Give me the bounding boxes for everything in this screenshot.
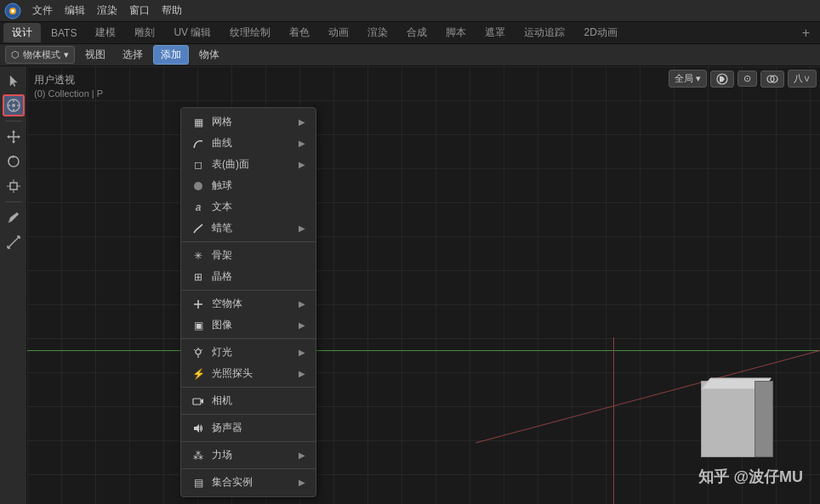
mesh-label: 网格 bbox=[212, 115, 232, 129]
light-probe-label: 光照探头 bbox=[212, 366, 253, 381]
global-dropdown-icon: ▾ bbox=[696, 73, 701, 84]
tool-rotate[interactable] bbox=[3, 150, 25, 173]
tab-rendering[interactable]: 渲染 bbox=[359, 23, 396, 42]
grease-pencil-arrow: ▶ bbox=[299, 224, 305, 233]
armature-label: 骨架 bbox=[212, 248, 232, 263]
menu-item-text[interactable]: a 文本 bbox=[181, 196, 316, 218]
menu-item-lattice[interactable]: ⊞ 晶格 bbox=[181, 266, 316, 287]
tab-modeling[interactable]: 建模 bbox=[87, 23, 124, 42]
camera-label: 相机 bbox=[212, 394, 232, 408]
empty-label: 空物体 bbox=[212, 297, 242, 311]
mesh-arrow: ▶ bbox=[299, 117, 305, 127]
mode-icon: ⬡ bbox=[11, 49, 20, 60]
menu-item-light-probe[interactable]: ⚡ 光照探头 ▶ bbox=[181, 363, 316, 384]
tab-design[interactable]: 设计 bbox=[3, 23, 41, 42]
speaker-label: 扬声器 bbox=[212, 421, 242, 435]
tab-sculpt[interactable]: 雕刻 bbox=[126, 23, 163, 42]
menu-item-collection-instance[interactable]: ▤ 集合实例 ▶ bbox=[181, 472, 316, 493]
left-sidebar bbox=[0, 66, 27, 504]
menu-item-metaball[interactable]: 触球 bbox=[181, 175, 316, 196]
menu-render[interactable]: 渲染 bbox=[92, 2, 122, 20]
empty-arrow: ▶ bbox=[299, 299, 305, 309]
tool-measure[interactable] bbox=[3, 231, 25, 253]
cube-front-face bbox=[701, 381, 762, 457]
menu-item-image[interactable]: ▣ 图像 ▶ bbox=[181, 314, 316, 336]
menu-item-force-field[interactable]: ⁂ 力场 ▶ bbox=[181, 445, 316, 466]
viewport-shading-1[interactable] bbox=[710, 71, 734, 88]
image-label: 图像 bbox=[212, 318, 232, 332]
menu-item-armature[interactable]: ✳ 骨架 bbox=[181, 245, 316, 266]
menu-edit[interactable]: 编辑 bbox=[60, 2, 90, 20]
tab-scripting[interactable]: 脚本 bbox=[437, 23, 475, 42]
svg-rect-39 bbox=[193, 399, 201, 405]
tool-cursor[interactable] bbox=[3, 70, 25, 92]
global-select[interactable]: 全局 ▾ bbox=[669, 70, 707, 88]
tab-compositing[interactable]: 合成 bbox=[398, 23, 436, 42]
tool-annotate[interactable] bbox=[3, 207, 25, 229]
viewport-shading-2[interactable]: ⊙ bbox=[737, 71, 757, 87]
mode-selector[interactable]: ⬡ 物体模式 ▾ bbox=[5, 46, 75, 64]
svg-point-34 bbox=[196, 349, 201, 354]
light-icon bbox=[191, 346, 205, 360]
menu-view[interactable]: 视图 bbox=[78, 46, 112, 64]
tab-motion-tracking[interactable]: 运动追踪 bbox=[515, 23, 573, 42]
menu-item-camera[interactable]: 相机 bbox=[181, 390, 316, 411]
tab-uv[interactable]: UV 编辑 bbox=[165, 23, 219, 42]
surface-label: 表(曲)面 bbox=[212, 157, 249, 172]
svg-point-4 bbox=[12, 104, 15, 107]
svg-marker-41 bbox=[194, 424, 199, 433]
second-toolbar: ⬡ 物体模式 ▾ 视图 选择 添加 物体 bbox=[0, 44, 820, 66]
menu-item-empty[interactable]: 空物体 ▶ bbox=[181, 293, 316, 314]
tab-mask[interactable]: 遮罩 bbox=[476, 23, 514, 42]
viewport-gizmo-ctrl[interactable]: 八∨ bbox=[788, 70, 817, 88]
menu-window[interactable]: 窗口 bbox=[124, 2, 155, 20]
mode-dropdown-icon: ▾ bbox=[64, 49, 69, 60]
main-area: 用户透视 (0) Collection | P 全局 ▾ ⊙ 八∨ bbox=[0, 66, 820, 504]
viewport-overlay[interactable] bbox=[760, 71, 784, 88]
menu-item-light[interactable]: 灯光 ▶ bbox=[181, 342, 316, 363]
menu-object[interactable]: 物体 bbox=[192, 46, 226, 64]
tool-move[interactable] bbox=[3, 94, 25, 116]
menu-item-speaker[interactable]: 扬声器 bbox=[181, 417, 316, 439]
surface-icon: ◻ bbox=[191, 158, 205, 172]
menu-item-curve[interactable]: 曲线 ▶ bbox=[181, 133, 316, 154]
armature-icon: ✳ bbox=[191, 249, 205, 263]
collection-arrow: ▶ bbox=[299, 478, 305, 487]
tab-2d-animation[interactable]: 2D动画 bbox=[575, 23, 625, 42]
menu-item-mesh[interactable]: ▦ 网格 ▶ bbox=[181, 111, 316, 133]
text-icon: a bbox=[191, 201, 205, 214]
image-icon: ▣ bbox=[191, 319, 205, 332]
viewport[interactable]: 用户透视 (0) Collection | P 全局 ▾ ⊙ 八∨ bbox=[27, 66, 820, 504]
tool-move-arrows[interactable] bbox=[3, 126, 25, 148]
svg-rect-17 bbox=[10, 183, 17, 190]
collection-icon: ▤ bbox=[191, 476, 205, 490]
curve-label: 曲线 bbox=[212, 136, 232, 150]
menu-add[interactable]: 添加 bbox=[153, 45, 189, 65]
metaball-icon bbox=[191, 179, 205, 193]
sep-6 bbox=[181, 441, 316, 442]
curve-arrow: ▶ bbox=[299, 139, 305, 148]
tab-bats[interactable]: BATS bbox=[43, 25, 85, 42]
viewport-controls: 全局 ▾ ⊙ 八∨ bbox=[669, 70, 817, 88]
sep-5 bbox=[181, 414, 316, 415]
tab-shading[interactable]: 着色 bbox=[281, 23, 318, 42]
speaker-icon bbox=[191, 422, 205, 435]
blender-logo bbox=[3, 2, 22, 20]
menu-select[interactable]: 选择 bbox=[116, 46, 150, 64]
menu-help[interactable]: 帮助 bbox=[157, 2, 187, 20]
force-field-icon: ⁂ bbox=[191, 449, 205, 462]
tab-texture-paint[interactable]: 纹理绘制 bbox=[221, 23, 279, 42]
menu-item-surface[interactable]: ◻ 表(曲)面 ▶ bbox=[181, 154, 316, 175]
menu-item-grease-pencil[interactable]: 蜡笔 ▶ bbox=[181, 218, 316, 239]
light-label: 灯光 bbox=[212, 345, 232, 360]
svg-marker-14 bbox=[18, 135, 20, 139]
sep-7 bbox=[181, 468, 316, 469]
tool-scale[interactable] bbox=[3, 175, 25, 197]
menu-file[interactable]: 文件 bbox=[27, 2, 58, 20]
force-field-label: 力场 bbox=[212, 448, 232, 462]
tab-animation[interactable]: 动画 bbox=[320, 23, 357, 42]
add-workspace-button[interactable]: + bbox=[795, 23, 817, 43]
mesh-icon: ▦ bbox=[191, 116, 205, 129]
grease-pencil-label: 蜡笔 bbox=[212, 221, 232, 235]
metaball-label: 触球 bbox=[212, 178, 232, 193]
